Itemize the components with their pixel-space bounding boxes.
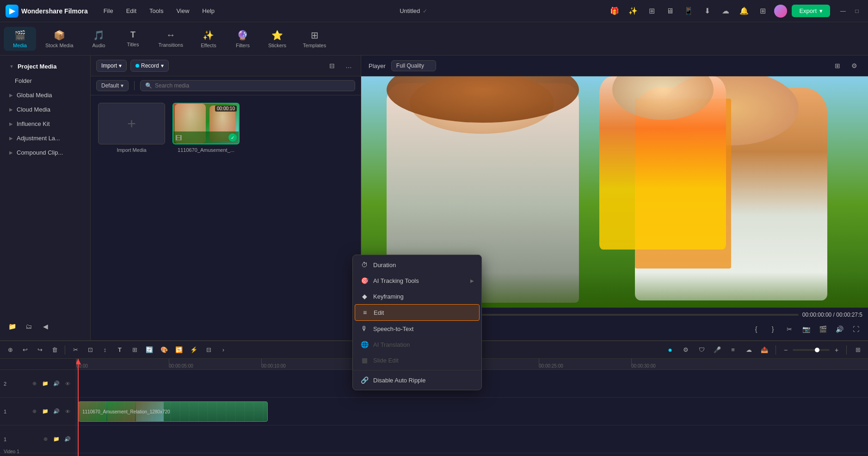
mic-btn[interactable]: 🎤 [711, 344, 724, 356]
screenshot-button[interactable]: 📷 [800, 323, 813, 336]
filter-icon[interactable]: ⊟ [326, 59, 339, 72]
sidebar-item-cloud-media[interactable]: ▶ Cloud Media [2, 102, 88, 117]
tab-templates[interactable]: ⊞ Templates [295, 27, 333, 51]
export-button[interactable]: Export ▾ [792, 5, 830, 17]
layout-btn[interactable]: ⊞ [128, 344, 141, 356]
zoom-in-btn[interactable]: + [831, 345, 842, 355]
green-circle-btn[interactable]: ● [664, 344, 677, 356]
effects-icon[interactable]: ✨ [626, 4, 640, 18]
sidebar-item-folder[interactable]: Folder [0, 74, 90, 88]
audio-folder-icon[interactable]: 📁 [52, 435, 61, 444]
import-media-thumb[interactable]: + [98, 103, 165, 144]
user-avatar[interactable] [774, 5, 787, 18]
text-btn[interactable]: T [113, 344, 126, 356]
audio-add-icon[interactable]: ⊕ [41, 435, 50, 444]
collapse-sidebar-icon[interactable]: ◀ [39, 320, 52, 333]
track-1-audio-icon[interactable]: 🔊 [52, 407, 61, 416]
sidebar-item-global-media[interactable]: ▶ Global Media [2, 88, 88, 102]
add-track-btn[interactable]: ⊕ [4, 344, 17, 356]
track-1-folder-icon[interactable]: 📁 [41, 407, 50, 416]
new-folder-icon[interactable]: 📁 [6, 320, 18, 333]
tab-audio[interactable]: 🎵 Audio [83, 27, 115, 51]
mark-in-button[interactable]: { [750, 323, 763, 336]
player-grid-icon[interactable]: ⊞ [831, 59, 844, 72]
tab-filters[interactable]: 🔮 Filters [227, 27, 259, 51]
volume-button[interactable]: 🔊 [833, 323, 846, 336]
shield-btn[interactable]: 🛡 [695, 344, 708, 356]
rotate-btn[interactable]: 🔄 [143, 344, 156, 356]
record-button[interactable]: Record ▾ [130, 60, 169, 72]
split-btn[interactable]: ⊡ [84, 344, 97, 356]
sidebar-item-adjustment-layer[interactable]: ▶ Adjustment La... [2, 131, 88, 145]
redo-btn[interactable]: ↪ [33, 344, 46, 356]
export-timeline-btn[interactable]: 📤 [758, 344, 771, 356]
menu-tools[interactable]: Tools [145, 6, 168, 16]
default-button[interactable]: Default ▾ [96, 80, 129, 91]
minimize-button[interactable]: — [837, 6, 849, 17]
mark-out-button[interactable]: } [766, 323, 779, 336]
maximize-button[interactable]: □ [851, 6, 862, 17]
menu-view[interactable]: View [172, 6, 194, 16]
more-options-icon[interactable]: … [342, 59, 355, 72]
more-btn[interactable]: › [217, 344, 230, 356]
tab-stock-media[interactable]: 📦 Stock Media [38, 27, 81, 51]
track-1-eye-icon[interactable]: 👁 [63, 407, 72, 416]
tab-media[interactable]: 🎬 Media [4, 27, 36, 51]
track-2-add-icon[interactable]: ⊕ [30, 379, 39, 388]
zoom-slider[interactable] [793, 349, 830, 351]
media-item-video1[interactable]: 00:00:10 🎞 ✓ 1110670_Amusement_... [172, 103, 240, 153]
settings-btn[interactable]: ⚙ [679, 344, 692, 356]
ai-btn[interactable]: ⚡ [187, 344, 200, 356]
import-media-item[interactable]: + Import Media [98, 103, 165, 153]
video1-thumb[interactable]: 00:00:10 🎞 ✓ [172, 103, 240, 144]
tab-transitions[interactable]: ↔ Transitions [151, 27, 191, 50]
view-toggle-btn[interactable]: ⊞ [851, 344, 864, 356]
video-clip[interactable]: 1110670_Amusement_Relation_1280x720 [78, 401, 268, 422]
gift-icon[interactable]: 🎁 [608, 4, 622, 18]
ctx-disable-ripple[interactable]: 🔗 Disable Auto Ripple [353, 372, 481, 388]
undo-btn[interactable]: ↩ [18, 344, 31, 356]
timeline-filter-btn[interactable]: ≡ [726, 344, 739, 356]
fullscreen-button[interactable]: ⛶ [850, 323, 862, 336]
crop-btn[interactable]: ↕ [98, 344, 111, 356]
menu-help[interactable]: Help [197, 6, 219, 16]
download-icon[interactable]: ⬇ [700, 4, 714, 18]
zoom-slider-thumb[interactable] [815, 348, 819, 352]
tab-stickers[interactable]: ⭐ Stickers [261, 27, 294, 51]
quality-select[interactable]: Full Quality [391, 60, 436, 71]
loop-btn[interactable]: 🔁 [172, 344, 185, 356]
audio-mute-icon[interactable]: 🔊 [63, 435, 72, 444]
cloud-icon[interactable]: ☁ [719, 4, 733, 18]
folder-icon[interactable]: 🗂 [22, 320, 35, 333]
track-2-folder-icon[interactable]: 📁 [41, 379, 50, 388]
phone-icon[interactable]: 📱 [682, 4, 696, 18]
notification-icon[interactable]: 🔔 [737, 4, 751, 18]
ctx-keyframing[interactable]: ◆ Keyframing [353, 288, 481, 304]
sidebar-item-compound-clip[interactable]: ▶ Compound Clip... [2, 145, 88, 160]
media-icon[interactable]: ⊞ [645, 4, 659, 18]
camera-button[interactable]: 🎬 [816, 323, 829, 336]
zoom-out-btn[interactable]: − [781, 345, 791, 355]
trim-button[interactable]: ✂ [783, 323, 796, 336]
grid-btn[interactable]: ⊟ [202, 344, 215, 356]
track-2-audio-icon[interactable]: 🔊 [52, 379, 61, 388]
ctx-speech-to-text[interactable]: 🎙 Speech-to-Text [353, 321, 481, 337]
menu-edit[interactable]: Edit [122, 6, 141, 16]
track-1-add-icon[interactable]: ⊕ [30, 407, 39, 416]
cloud-sync-btn[interactable]: ☁ [742, 344, 755, 356]
color-btn[interactable]: 🎨 [158, 344, 171, 356]
delete-btn[interactable]: 🗑 [48, 344, 61, 356]
track-2-eye-icon[interactable]: 👁 [63, 379, 72, 388]
sidebar-item-influence-kit[interactable]: ▶ Influence Kit [2, 117, 88, 131]
import-button[interactable]: Import ▾ [96, 60, 127, 72]
tab-titles[interactable]: T Titles [117, 27, 149, 50]
sidebar-item-project-media[interactable]: ▼ Project Media [2, 59, 88, 74]
menu-file[interactable]: File [99, 6, 118, 16]
tab-effects[interactable]: ✨ Effects [192, 27, 225, 51]
ctx-edit[interactable]: ≡ Edit [355, 304, 480, 321]
search-input[interactable] [155, 82, 350, 89]
grid-icon[interactable]: ⊞ [756, 4, 770, 18]
cut-btn[interactable]: ✂ [69, 344, 82, 356]
ctx-duration[interactable]: ⏱ Duration [353, 257, 481, 273]
ctx-ai-tracking[interactable]: 🎯 AI Tracking Tools ▶ [353, 273, 481, 288]
